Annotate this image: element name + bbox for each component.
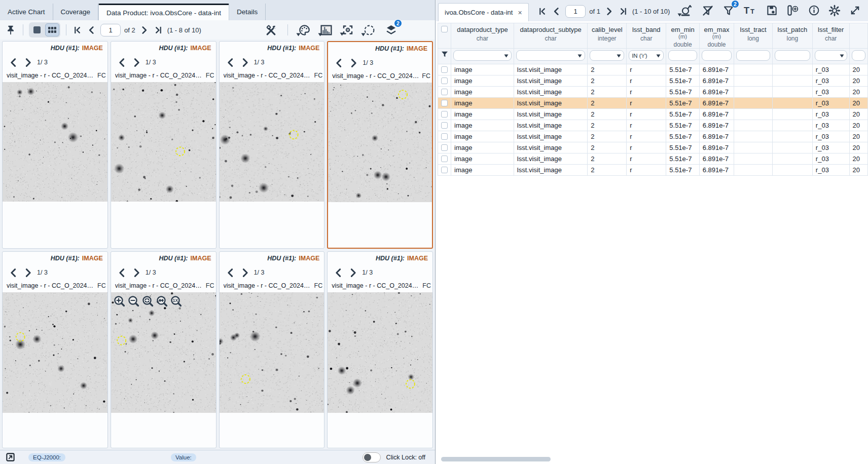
- tile-corner-label[interactable]: FC: [314, 282, 323, 289]
- tab-data-product-ivoa-obscore-data-int[interactable]: Data Product: ivoa.ObsCore - data-int: [98, 4, 229, 20]
- tile-prev-icon[interactable]: [8, 57, 19, 68]
- row-checkbox[interactable]: [441, 78, 448, 84]
- column-header-dataproduct_type[interactable]: dataproduct_typechar: [451, 23, 514, 49]
- zoom-out-icon[interactable]: [128, 295, 140, 307]
- tile-next-icon[interactable]: [131, 57, 142, 68]
- star-field-image[interactable]: [3, 292, 107, 413]
- save-icon[interactable]: [765, 4, 779, 17]
- table-row[interactable]: imagelsst.visit_image2r5.51e-76.891e-7r_…: [438, 87, 868, 98]
- column-header-lsst_patch[interactable]: lsst_patchlong: [772, 23, 812, 49]
- tile-corner-label[interactable]: FC: [97, 282, 106, 289]
- grid-view-icon[interactable]: [45, 23, 59, 36]
- settings-icon[interactable]: [827, 4, 842, 18]
- page-last-icon[interactable]: [153, 25, 164, 35]
- tile-prev-icon[interactable]: [8, 267, 19, 279]
- column-header-em_max[interactable]: em_max(m)double: [699, 23, 734, 49]
- expand-viewer-icon[interactable]: [5, 451, 16, 463]
- table-row[interactable]: imagelsst.visit_image2r5.51e-76.891e-7r_…: [438, 64, 868, 75]
- tile-corner-label[interactable]: FC: [422, 72, 430, 80]
- row-checkbox[interactable]: [441, 100, 448, 106]
- zoom-in-icon[interactable]: [114, 295, 126, 307]
- row-checkbox[interactable]: [441, 133, 448, 140]
- zoom-fill-icon[interactable]: [156, 295, 168, 307]
- tab-active-chart[interactable]: Active Chart: [0, 4, 53, 20]
- tile-corner-label[interactable]: FC: [206, 72, 214, 79]
- recenter-icon[interactable]: [341, 23, 355, 37]
- table-row-highlighted[interactable]: imagelsst.visit_image2r5.51e-76.891e-7r_…: [438, 98, 868, 109]
- column-header-em_min[interactable]: em_min(m)double: [666, 23, 699, 49]
- column-header-calib_level[interactable]: calib_levelinteger: [588, 23, 627, 49]
- image-tile-3[interactable]: HDU (#1):IMAGE1/ 3visit_image - r - CC_O…: [219, 41, 325, 249]
- star-field-image[interactable]: [328, 292, 432, 413]
- column-filter-input[interactable]: [702, 50, 732, 61]
- tile-next-icon[interactable]: [239, 267, 251, 279]
- star-field-image[interactable]: [3, 82, 107, 202]
- tile-prev-icon[interactable]: [225, 267, 236, 279]
- close-icon[interactable]: ×: [518, 9, 522, 17]
- tile-next-icon[interactable]: [22, 57, 34, 68]
- row-checkbox[interactable]: [441, 122, 448, 129]
- expand-icon[interactable]: [848, 4, 862, 17]
- column-filter-input[interactable]: [775, 50, 810, 61]
- column-header-clipped[interactable]: [849, 23, 868, 49]
- page-first-icon[interactable]: [72, 25, 83, 35]
- tile-corner-label[interactable]: FC: [422, 282, 431, 289]
- layers-icon[interactable]: 2: [384, 23, 399, 37]
- row-checkbox[interactable]: [441, 111, 448, 118]
- star-field-image[interactable]: [328, 83, 432, 202]
- image-tile-5[interactable]: HDU (#1):IMAGE1/ 3visit_image - r - CC_O…: [2, 251, 108, 448]
- tile-corner-label[interactable]: FC: [97, 72, 106, 79]
- tile-next-icon[interactable]: [347, 267, 359, 279]
- row-checkbox[interactable]: [441, 167, 448, 173]
- row-checkbox[interactable]: [441, 89, 448, 95]
- column-filter-input[interactable]: [852, 50, 866, 61]
- column-filter-input[interactable]: [453, 50, 512, 61]
- column-filter-input[interactable]: [590, 50, 624, 61]
- table-row[interactable]: imagelsst.visit_image2r5.51e-76.891e-7r_…: [438, 142, 868, 153]
- column-filter-input[interactable]: IN ('r'): [629, 50, 664, 61]
- row-checkbox[interactable]: [441, 156, 448, 162]
- table-row[interactable]: imagelsst.visit_image2r5.51e-76.891e-7r_…: [438, 165, 868, 176]
- tile-prev-icon[interactable]: [225, 57, 236, 68]
- column-filter-input[interactable]: [815, 50, 847, 61]
- image-tile-7[interactable]: HDU (#1):IMAGE1/ 3visit_image - r - CC_O…: [219, 251, 325, 448]
- tile-corner-label[interactable]: FC: [314, 72, 323, 79]
- star-field-image[interactable]: [220, 292, 324, 413]
- column-filter-input[interactable]: [668, 50, 697, 61]
- click-lock-toggle[interactable]: [363, 452, 381, 462]
- page-prev-icon[interactable]: [86, 25, 97, 35]
- star-field-image[interactable]: [220, 82, 324, 202]
- row-checkbox[interactable]: [441, 144, 448, 151]
- tools-icon[interactable]: [264, 23, 278, 37]
- stretch-histogram-icon[interactable]: [319, 23, 334, 37]
- pin-icon[interactable]: [4, 23, 17, 36]
- tile-prev-icon[interactable]: [116, 57, 128, 68]
- zoom-fit-icon[interactable]: [142, 295, 154, 307]
- tile-next-icon[interactable]: [22, 267, 34, 279]
- table-page-prev-icon[interactable]: [551, 6, 562, 17]
- table-row[interactable]: imagelsst.visit_image2r5.51e-76.891e-7r_…: [438, 75, 868, 87]
- table-row[interactable]: imagelsst.visit_image2r5.51e-76.891e-7r_…: [438, 131, 868, 142]
- table-row[interactable]: imagelsst.visit_image2r5.51e-76.891e-7r_…: [438, 120, 868, 131]
- row-checkbox[interactable]: [441, 66, 448, 73]
- tile-corner-label[interactable]: FC: [206, 282, 214, 289]
- tile-next-icon[interactable]: [348, 57, 359, 69]
- tab-details[interactable]: Details: [229, 4, 266, 20]
- table-page-last-icon[interactable]: [618, 6, 629, 17]
- tile-next-icon[interactable]: [239, 57, 251, 68]
- image-tile-1[interactable]: HDU (#1):IMAGE1/ 3visit_image - r - CC_O…: [2, 41, 108, 249]
- color-palette-icon[interactable]: [297, 23, 312, 37]
- star-field-image[interactable]: [111, 292, 216, 413]
- tab-coverage[interactable]: Coverage: [53, 4, 99, 20]
- table-page-input[interactable]: [565, 5, 586, 18]
- zoom-1x-icon[interactable]: 1X: [170, 295, 183, 307]
- column-filter-input[interactable]: [736, 50, 770, 61]
- tile-prev-icon[interactable]: [333, 267, 344, 279]
- column-header-lsst_filter[interactable]: lsst_filterchar: [812, 23, 849, 49]
- image-tile-8[interactable]: HDU (#1):IMAGE1/ 3visit_image - r - CC_O…: [327, 251, 433, 448]
- tile-prev-icon[interactable]: [333, 57, 345, 69]
- column-header-dataproduct_subtype[interactable]: dataproduct_subtypechar: [514, 23, 588, 49]
- horizontal-scrollbar[interactable]: [441, 457, 551, 461]
- image-tile-4-selected[interactable]: HDU (#1):IMAGE1/ 3visit_image - r - CC_O…: [327, 41, 433, 249]
- filter-icon[interactable]: 2: [721, 4, 736, 18]
